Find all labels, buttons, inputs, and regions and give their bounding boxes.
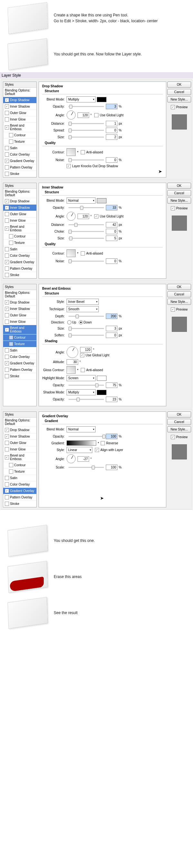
spread-input[interactable]: 0: [106, 128, 117, 133]
checkbox-icon[interactable]: [9, 133, 13, 137]
checkbox-icon[interactable]: [5, 328, 9, 332]
item-satin[interactable]: Satin: [3, 475, 36, 482]
global-light-checkbox[interactable]: [94, 113, 99, 117]
checkbox-icon[interactable]: [5, 476, 9, 480]
item-outer-glow[interactable]: Outer Glow: [3, 110, 36, 116]
shadow-opacity-input[interactable]: 23: [106, 397, 117, 402]
checkbox-icon[interactable]: [5, 447, 9, 452]
item-contour[interactable]: Contour: [3, 335, 36, 341]
item-outer-glow[interactable]: Outer Glow: [3, 211, 36, 217]
item-inner-shadow[interactable]: Inner Shadow: [3, 433, 36, 440]
item-satin[interactable]: Satin: [3, 347, 36, 354]
item-stroke[interactable]: Stroke: [3, 171, 36, 177]
align-layer-checkbox[interactable]: [95, 448, 99, 452]
angle-input[interactable]: 120: [78, 214, 89, 219]
checkbox-icon[interactable]: [5, 273, 9, 277]
direction-down-radio[interactable]: [79, 320, 83, 324]
shadow-opacity-slider[interactable]: [69, 399, 104, 400]
angle-dial[interactable]: [67, 454, 76, 463]
item-inner-glow[interactable]: Inner Glow: [3, 319, 36, 325]
size-input[interactable]: 5: [106, 236, 117, 241]
checkbox-icon[interactable]: [5, 320, 9, 324]
angle-input[interactable]: 120: [80, 347, 92, 352]
checkbox-icon[interactable]: [5, 489, 9, 493]
opacity-slider[interactable]: [69, 207, 104, 208]
angle-dial[interactable]: [67, 111, 76, 120]
direction-up-radio[interactable]: [67, 320, 71, 324]
depth-input[interactable]: 200: [106, 313, 117, 319]
cancel-button[interactable]: Cancel: [167, 419, 191, 425]
item-inner-shadow[interactable]: Inner Shadow: [3, 205, 36, 211]
item-gradient-overlay[interactable]: Gradient Overlay: [3, 259, 36, 266]
highlight-opacity-input[interactable]: 75: [106, 382, 117, 388]
cancel-button[interactable]: Cancel: [167, 190, 191, 196]
item-pattern-overlay[interactable]: Pattern Overlay: [3, 494, 36, 501]
checkbox-icon[interactable]: [5, 300, 9, 305]
item-outer-glow[interactable]: Outer Glow: [3, 440, 36, 446]
checkbox-icon[interactable]: [5, 206, 9, 210]
checkbox-icon[interactable]: [5, 125, 9, 129]
item-gradient-overlay[interactable]: Gradient Overlay: [3, 488, 36, 494]
preview-checkbox[interactable]: [171, 206, 175, 210]
angle-input[interactable]: 120: [78, 113, 89, 118]
item-texture[interactable]: Texture: [3, 341, 36, 347]
checkbox-icon[interactable]: [5, 212, 9, 216]
item-drop-shadow[interactable]: Drop Shadow: [3, 427, 36, 433]
distance-input[interactable]: 42: [106, 222, 117, 227]
anti-aliased-checkbox[interactable]: [81, 150, 85, 154]
checkbox-icon[interactable]: [5, 172, 9, 176]
ok-button[interactable]: OK: [167, 82, 191, 88]
anti-aliased-checkbox[interactable]: [81, 368, 85, 372]
item-contour[interactable]: Contour: [3, 233, 36, 240]
ok-button[interactable]: OK: [167, 284, 191, 290]
checkbox-icon[interactable]: [5, 98, 9, 102]
item-stroke[interactable]: Stroke: [3, 501, 36, 507]
angle-input[interactable]: -27: [78, 456, 89, 462]
preview-checkbox[interactable]: [171, 105, 175, 109]
checkbox-icon[interactable]: [5, 152, 9, 157]
checkbox-icon[interactable]: [5, 361, 9, 365]
size-slider[interactable]: [69, 136, 104, 137]
checkbox-icon[interactable]: [9, 140, 13, 144]
blending-options[interactable]: Blending Options: Default: [3, 189, 36, 198]
highlight-mode-dropdown[interactable]: Screen: [67, 375, 95, 381]
technique-dropdown[interactable]: Smooth: [67, 306, 99, 312]
anti-aliased-checkbox[interactable]: [81, 251, 85, 255]
checkbox-icon[interactable]: [5, 495, 9, 499]
soften-slider[interactable]: [69, 335, 104, 336]
checkbox-icon[interactable]: [9, 469, 13, 474]
checkbox-icon[interactable]: [5, 482, 9, 487]
highlight-color-swatch[interactable]: [97, 376, 107, 381]
item-outer-glow[interactable]: Outer Glow: [3, 312, 36, 319]
checkbox-icon[interactable]: [9, 234, 13, 239]
blending-options[interactable]: Blending Options: Default: [3, 417, 36, 427]
checkbox-icon[interactable]: [5, 313, 9, 317]
item-inner-glow[interactable]: Inner Glow: [3, 217, 36, 224]
checkbox-icon[interactable]: [9, 335, 13, 340]
style-dropdown[interactable]: Linear: [67, 447, 92, 453]
item-inner-shadow[interactable]: Inner Shadow: [3, 103, 36, 110]
scale-slider[interactable]: [69, 467, 104, 468]
contour-picker[interactable]: [67, 148, 76, 156]
blendmode-dropdown[interactable]: Multiply: [67, 96, 95, 102]
checkbox-icon[interactable]: [5, 111, 9, 115]
checkbox-icon[interactable]: [5, 218, 9, 223]
distance-slider[interactable]: [69, 123, 104, 124]
item-contour[interactable]: Contour: [3, 132, 36, 138]
cancel-button[interactable]: Cancel: [167, 89, 191, 95]
checkbox-icon[interactable]: [5, 368, 9, 372]
item-pattern-overlay[interactable]: Pattern Overlay: [3, 367, 36, 373]
noise-slider[interactable]: [69, 261, 104, 261]
distance-slider[interactable]: [69, 224, 104, 225]
item-inner-shadow[interactable]: Inner Shadow: [3, 306, 36, 312]
item-texture[interactable]: Texture: [3, 240, 36, 246]
checkbox-icon[interactable]: [5, 260, 9, 264]
checkbox-icon[interactable]: [5, 428, 9, 432]
depth-slider[interactable]: [69, 316, 104, 317]
shadow-mode-dropdown[interactable]: Multiply: [67, 389, 95, 395]
opacity-input[interactable]: 33: [106, 205, 117, 210]
item-drop-shadow[interactable]: Drop Shadow: [3, 299, 36, 306]
item-drop-shadow[interactable]: Drop Shadow: [3, 198, 36, 205]
checkbox-icon[interactable]: [5, 348, 9, 352]
checkbox-icon[interactable]: [5, 226, 9, 231]
